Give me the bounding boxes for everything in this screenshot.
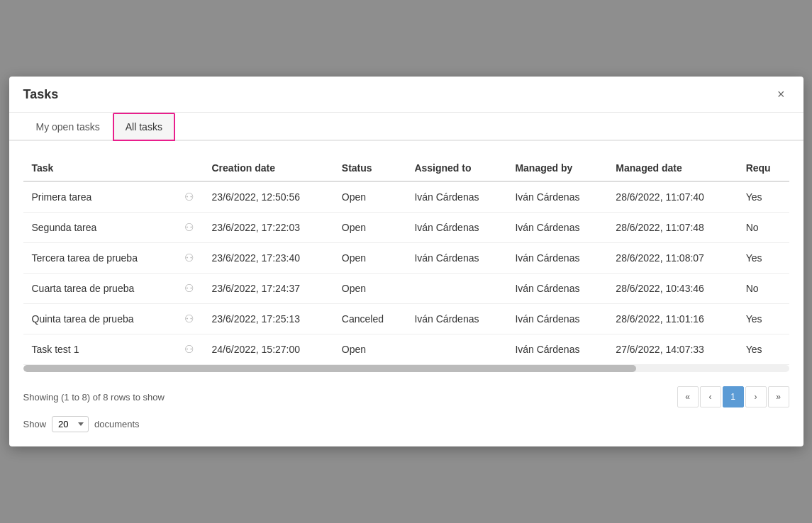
modal-overlay[interactable]: Tasks × My open tasks All tasks Task Cre…	[0, 0, 812, 523]
cell-managed-date: 28/6/2022, 11:01:16	[607, 304, 737, 334]
cell-managed-by: Iván Cárdenas	[506, 243, 607, 274]
show-label: Show	[23, 419, 47, 429]
user-group-icon: ⚇	[175, 243, 204, 274]
user-group-icon: ⚇	[175, 274, 204, 304]
tabs-bar: My open tasks All tasks	[9, 113, 803, 141]
cell-status: Open	[333, 243, 406, 274]
col-status: Status	[333, 155, 406, 181]
table-row[interactable]: Tercera tarea de prueba⚇23/6/2022, 17:23…	[23, 243, 789, 274]
cell-status: Open	[333, 334, 406, 365]
cell-requ: Yes	[738, 304, 789, 334]
cell-status: Open	[333, 274, 406, 304]
user-group-icon: ⚇	[175, 213, 204, 243]
cell-assigned-to: Iván Cárdenas	[406, 213, 506, 243]
cell-assigned-to	[406, 274, 506, 304]
tasks-table: Task Creation date Status Assigned to Ma…	[23, 155, 789, 365]
col-creation-date: Creation date	[204, 155, 333, 181]
cell-assigned-to: Iván Cárdenas	[406, 304, 506, 334]
page-last[interactable]: »	[768, 386, 789, 407]
cell-assigned-to: Iván Cárdenas	[406, 181, 506, 213]
show-select[interactable]: 102050100	[52, 416, 89, 432]
page-prev[interactable]: ‹	[700, 386, 721, 407]
cell-requ: No	[738, 274, 789, 304]
col-assigned-to: Assigned to	[406, 155, 506, 181]
cell-creation-date: 23/6/2022, 17:25:13	[204, 304, 333, 334]
pagination: « ‹ 1 › »	[677, 386, 789, 407]
cell-managed-date: 28/6/2022, 11:07:40	[607, 181, 737, 213]
cell-managed-date: 27/6/2022, 14:07:33	[607, 334, 737, 365]
cell-requ: Yes	[738, 243, 789, 274]
cell-managed-by: Iván Cárdenas	[506, 304, 607, 334]
cell-creation-date: 23/6/2022, 17:24:37	[204, 274, 333, 304]
modal-title: Tasks	[23, 87, 59, 102]
col-managed-by: Managed by	[506, 155, 607, 181]
table-header-row: Task Creation date Status Assigned to Ma…	[23, 155, 789, 181]
cell-managed-date: 28/6/2022, 11:07:48	[607, 213, 737, 243]
cell-task: Primera tarea	[23, 181, 175, 213]
cell-requ: Yes	[738, 181, 789, 213]
show-docs-row: Show 102050100 documents	[23, 410, 789, 432]
col-task: Task	[23, 155, 175, 181]
cell-creation-date: 24/6/2022, 15:27:00	[204, 334, 333, 365]
cell-creation-date: 23/6/2022, 12:50:56	[204, 181, 333, 213]
cell-assigned-to: Iván Cárdenas	[406, 243, 506, 274]
modal-header: Tasks ×	[9, 77, 803, 113]
cell-task: Segunda tarea	[23, 213, 175, 243]
cell-assigned-to	[406, 334, 506, 365]
table-row[interactable]: Primera tarea⚇23/6/2022, 12:50:56OpenIvá…	[23, 181, 789, 213]
cell-task: Quinta tarea de prueba	[23, 304, 175, 334]
cell-managed-date: 28/6/2022, 10:43:46	[607, 274, 737, 304]
modal-body: Task Creation date Status Assigned to Ma…	[9, 141, 803, 446]
tasks-modal: Tasks × My open tasks All tasks Task Cre…	[9, 77, 803, 446]
scrollbar-thumb	[23, 365, 636, 372]
cell-managed-by: Iván Cárdenas	[506, 334, 607, 365]
tab-all-tasks[interactable]: All tasks	[113, 113, 175, 141]
cell-task: Task test 1	[23, 334, 175, 365]
user-group-icon: ⚇	[175, 304, 204, 334]
pagination-row: Showing (1 to 8) of 8 rows to show « ‹ 1…	[23, 378, 789, 410]
table-row[interactable]: Segunda tarea⚇23/6/2022, 17:22:03OpenIvá…	[23, 213, 789, 243]
showing-text: Showing (1 to 8) of 8 rows to show	[23, 392, 165, 403]
cell-requ: Yes	[738, 334, 789, 365]
page-next[interactable]: ›	[745, 386, 767, 407]
cell-managed-by: Iván Cárdenas	[506, 274, 607, 304]
cell-managed-date: 28/6/2022, 11:08:07	[607, 243, 737, 274]
cell-requ: No	[738, 213, 789, 243]
cell-managed-by: Iván Cárdenas	[506, 213, 607, 243]
cell-status: Open	[333, 213, 406, 243]
cell-status: Open	[333, 181, 406, 213]
horizontal-scrollbar[interactable]	[23, 365, 789, 372]
col-requ: Requ	[738, 155, 789, 181]
cell-status: Canceled	[333, 304, 406, 334]
col-managed-date: Managed date	[607, 155, 737, 181]
cell-task: Cuarta tarea de prueba	[23, 274, 175, 304]
cell-creation-date: 23/6/2022, 17:23:40	[204, 243, 333, 274]
table-row[interactable]: Task test 1⚇24/6/2022, 15:27:00OpenIván …	[23, 334, 789, 365]
col-icon-spacer	[175, 155, 204, 181]
close-button[interactable]: ×	[773, 86, 789, 102]
cell-creation-date: 23/6/2022, 17:22:03	[204, 213, 333, 243]
cell-task: Tercera tarea de prueba	[23, 243, 175, 274]
documents-label: documents	[94, 419, 140, 429]
table-row[interactable]: Cuarta tarea de prueba⚇23/6/2022, 17:24:…	[23, 274, 789, 304]
page-first[interactable]: «	[677, 386, 699, 407]
table-row[interactable]: Quinta tarea de prueba⚇23/6/2022, 17:25:…	[23, 304, 789, 334]
table-container: Task Creation date Status Assigned to Ma…	[23, 155, 789, 365]
cell-managed-by: Iván Cárdenas	[506, 181, 607, 213]
tab-my-open-tasks[interactable]: My open tasks	[23, 113, 113, 141]
user-group-icon: ⚇	[175, 181, 204, 213]
page-1[interactable]: 1	[723, 386, 744, 407]
user-group-icon: ⚇	[175, 334, 204, 365]
